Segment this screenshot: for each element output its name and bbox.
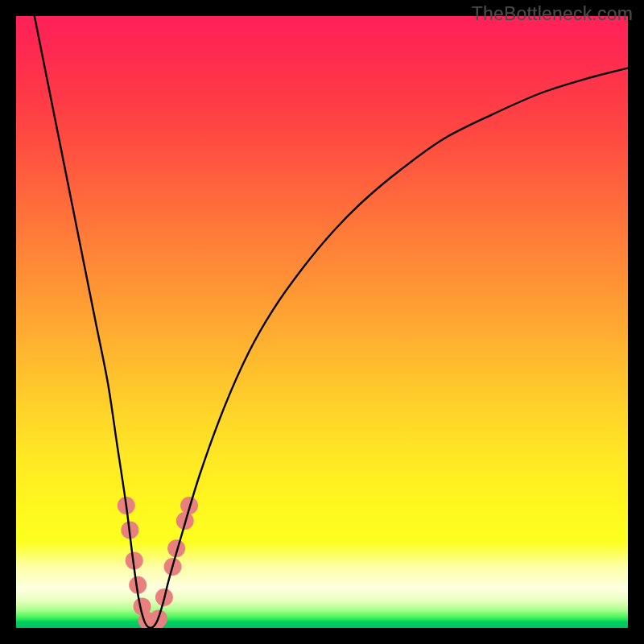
- watermark-text: TheBottleneck.com: [472, 3, 633, 25]
- chart-frame: TheBottleneck.com: [0, 0, 644, 644]
- data-markers: [118, 497, 198, 628]
- plot-area: [16, 16, 628, 628]
- curve-layer: [16, 16, 628, 628]
- bottleneck-curve: [35, 16, 628, 628]
